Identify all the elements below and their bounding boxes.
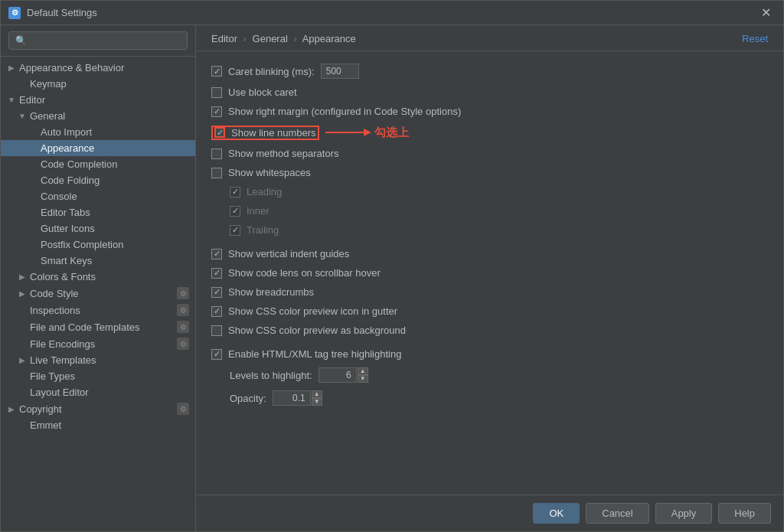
checkbox-icon [211, 249, 222, 259]
show-code-lens-checkbox[interactable]: Show code lens on scrollbar hover [211, 267, 381, 279]
arrow-icon [28, 192, 38, 201]
sidebar-item-file-code-templates[interactable]: File and Code Templates ⚙ [1, 318, 195, 335]
caret-blinking-input[interactable] [321, 64, 359, 79]
checkbox-icon [211, 87, 222, 98]
ok-button[interactable]: OK [533, 503, 580, 524]
sidebar-item-smart-keys[interactable]: Smart Keys [1, 253, 195, 269]
spinbox-down-button[interactable]: ▼ [312, 398, 322, 406]
arrow-icon [18, 339, 27, 348]
help-button[interactable]: Help [718, 503, 771, 524]
sidebar-item-colors-fonts[interactable]: Colors & Fonts [1, 269, 195, 285]
checkbox-icon [211, 287, 222, 298]
title-bar: ⚙ Default Settings ✕ [1, 1, 783, 25]
setting-show-right-margin: Show right margin (configured in Code St… [211, 106, 768, 117]
setting-opacity: Opacity: ▲ ▼ [230, 390, 768, 406]
search-input[interactable] [8, 31, 188, 50]
sidebar-item-emmet[interactable]: Emmet [1, 417, 195, 433]
arrow-icon [18, 372, 27, 381]
show-breadcrumbs-checkbox[interactable]: Show breadcrumbs [211, 286, 314, 298]
highlight-box: Show line numbers [211, 126, 319, 140]
spinbox-up-button[interactable]: ▲ [358, 367, 368, 375]
checkbox-icon [211, 349, 222, 360]
app-icon: ⚙ [8, 7, 21, 19]
breadcrumb: Editor › General › Appearance [211, 33, 356, 44]
sidebar-item-console[interactable]: Console [1, 188, 195, 204]
trailing-checkbox[interactable]: Trailing [230, 224, 279, 236]
sidebar-item-keymap[interactable]: Keymap [1, 76, 195, 92]
breadcrumb-sep: › [243, 33, 247, 44]
sidebar-item-label: Postfix Completion [41, 239, 123, 250]
sidebar-tree: Appearance & Behavior Keymap Editor Gene… [1, 57, 195, 531]
sidebar-item-file-encodings[interactable]: File Encodings ⚙ [1, 335, 195, 352]
right-panel: Editor › General › Appearance Reset Care… [196, 25, 783, 531]
arrow-icon [28, 160, 38, 169]
arrow-icon [28, 208, 38, 217]
arrow-icon [18, 305, 27, 315]
opacity-input[interactable] [273, 390, 311, 406]
show-method-separators-checkbox[interactable]: Show method separators [211, 148, 339, 159]
sidebar-item-label: File Encodings [30, 338, 95, 350]
close-button[interactable]: ✕ [756, 4, 776, 21]
cancel-button[interactable]: Cancel [586, 503, 648, 524]
sidebar-item-editor-tabs[interactable]: Editor Tabs [1, 204, 195, 220]
setting-show-whitespaces: Show whitespaces [211, 167, 768, 178]
sidebar-item-code-folding[interactable]: Code Folding [1, 172, 195, 188]
spinbox-down-button[interactable]: ▼ [358, 375, 368, 383]
sidebar-item-live-templates[interactable]: Live Templates [1, 352, 195, 368]
sidebar-item-label: Gutter Icons [41, 223, 95, 234]
checkbox-icon [211, 149, 222, 159]
breadcrumb-part-editor: Editor [211, 33, 237, 44]
show-line-numbers-checkbox[interactable]: Show line numbers [211, 126, 319, 140]
sidebar-item-file-types[interactable]: File Types [1, 368, 195, 384]
show-whitespaces-checkbox[interactable]: Show whitespaces [211, 167, 311, 178]
apply-button[interactable]: Apply [655, 503, 713, 524]
sidebar-item-appearance-behavior[interactable]: Appearance & Behavior [1, 60, 195, 76]
caret-blinking-checkbox[interactable]: Caret blinking (ms): [211, 66, 315, 77]
inner-checkbox[interactable]: Inner [230, 205, 270, 217]
sidebar-item-copyright[interactable]: Copyright ⚙ [1, 400, 195, 417]
checkbox-icon [211, 66, 222, 77]
setting-label: Show CSS color preview as background [228, 325, 406, 336]
gear-badge: ⚙ [177, 287, 189, 299]
arrow-icon [18, 273, 27, 282]
setting-leading: Leading [230, 186, 768, 197]
setting-label: Show CSS color preview icon in gutter [228, 305, 397, 317]
enable-html-xml-checkbox[interactable]: Enable HTML/XML tag tree highlighting [211, 348, 401, 360]
setting-show-code-lens: Show code lens on scrollbar hover [211, 267, 768, 279]
setting-label: Inner [247, 205, 270, 217]
sidebar-item-appearance[interactable]: Appearance [1, 140, 195, 156]
sidebar-item-code-style[interactable]: Code Style ⚙ [1, 285, 195, 302]
show-right-margin-checkbox[interactable]: Show right margin (configured in Code St… [211, 106, 461, 117]
sidebar-item-auto-import[interactable]: Auto Import [1, 124, 195, 140]
show-css-color-preview-checkbox[interactable]: Show CSS color preview icon in gutter [211, 305, 397, 317]
leading-checkbox[interactable]: Leading [230, 186, 282, 197]
use-block-caret-checkbox[interactable]: Use block caret [211, 86, 297, 98]
levels-to-highlight-input[interactable] [318, 367, 357, 383]
sidebar-item-general[interactable]: General [1, 108, 195, 124]
sidebar-item-label: Appearance & Behavior [19, 62, 124, 73]
setting-label: Show line numbers [231, 127, 316, 139]
arrow-icon [18, 112, 27, 121]
show-vertical-indent-checkbox[interactable]: Show vertical indent guides [211, 248, 349, 259]
sidebar-item-postfix-completion[interactable]: Postfix Completion [1, 237, 195, 253]
main-content: Appearance & Behavior Keymap Editor Gene… [1, 25, 783, 531]
reset-link[interactable]: Reset [742, 33, 768, 44]
spinbox-up-button[interactable]: ▲ [312, 390, 322, 398]
arrow-icon [28, 144, 38, 153]
show-css-color-bg-checkbox[interactable]: Show CSS color preview as background [211, 325, 406, 336]
sidebar-item-editor[interactable]: Editor [1, 92, 195, 108]
sidebar-item-label: Auto Import [41, 126, 92, 138]
sidebar-item-label: Inspections [30, 305, 80, 316]
sidebar-item-label: Appearance [41, 142, 94, 154]
main-window: ⚙ Default Settings ✕ Appearance & Behavi… [0, 0, 784, 532]
setting-label: Show breadcrumbs [228, 286, 314, 298]
setting-label: Opacity: [230, 393, 266, 404]
red-arrow-svg [325, 125, 371, 140]
sidebar-item-layout-editor[interactable]: Layout Editor [1, 384, 195, 400]
checkbox-icon [214, 127, 225, 138]
setting-show-method-separators: Show method separators [211, 148, 768, 159]
sidebar-item-gutter-icons[interactable]: Gutter Icons [1, 220, 195, 237]
sidebar-item-inspections[interactable]: Inspections ⚙ [1, 302, 195, 318]
breadcrumb-part-general: General [253, 33, 288, 44]
sidebar-item-code-completion[interactable]: Code Completion [1, 156, 195, 172]
